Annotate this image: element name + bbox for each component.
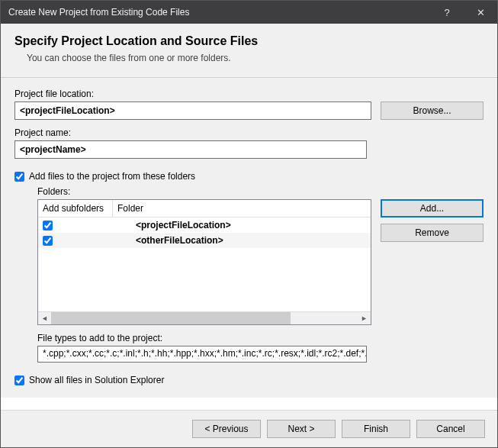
folders-label: Folders: [37,186,484,197]
add-folder-button[interactable]: Add... [381,199,484,218]
cancel-button[interactable]: Cancel [416,420,485,438]
folder-path-cell: <projectFileLocation> [113,220,371,230]
add-files-checkbox[interactable] [14,172,24,182]
window-title: Create New Project from Existing Code Fi… [8,7,430,18]
file-types-input[interactable]: *.cpp;*.cxx;*.cc;*.c;*.inl;*.h;*.hh;*.hp… [37,346,367,363]
browse-button[interactable]: Browse... [381,102,484,120]
page-subtitle: You can choose the files from one or mor… [27,53,484,63]
folder-path-cell: <otherFileLocation> [113,235,371,246]
remove-folder-button[interactable]: Remove [381,224,484,242]
file-types-label: File types to add to the project: [37,333,484,343]
show-all-files-checkbox[interactable] [14,375,24,385]
column-folder[interactable]: Folder [113,200,371,217]
page-title: Specify Project Location and Source File… [14,34,484,48]
scroll-left-icon[interactable]: ◄ [38,312,51,325]
finish-button[interactable]: Finish [342,420,410,438]
horizontal-scrollbar[interactable]: ◄ ► [38,311,371,324]
previous-button[interactable]: < Previous [192,420,261,438]
table-row[interactable]: <projectFileLocation> [38,218,371,233]
folders-header: Add subfolders Folder [38,200,371,218]
close-button[interactable]: ✕ [464,1,497,24]
project-name-label: Project name: [14,127,484,138]
project-file-location-input[interactable] [14,102,371,120]
help-button[interactable]: ? [430,1,464,24]
table-row[interactable]: <otherFileLocation> [38,233,371,248]
project-file-location-label: Project file location: [14,89,484,99]
project-name-input[interactable] [14,140,367,159]
subfolder-checkbox[interactable] [43,236,53,246]
wizard-footer: < Previous Next > Finish Cancel [1,410,497,447]
column-add-subfolders[interactable]: Add subfolders [38,200,113,217]
scroll-right-icon[interactable]: ► [358,312,371,325]
wizard-header: Specify Project Location and Source File… [1,24,497,78]
wizard-content: Project file location: Browse... Project… [1,78,497,398]
scroll-track[interactable] [51,312,358,324]
add-files-checkbox-label: Add files to the project from these fold… [29,171,195,182]
next-button[interactable]: Next > [267,420,336,438]
title-bar: Create New Project from Existing Code Fi… [1,1,497,24]
folders-body: <projectFileLocation> <otherFileLocation… [38,218,371,311]
show-all-files-label: Show all files in Solution Explorer [29,375,164,385]
folders-listview[interactable]: Add subfolders Folder <projectFileLocati… [37,199,371,325]
subfolder-checkbox[interactable] [43,221,53,230]
scroll-thumb[interactable] [51,312,291,324]
